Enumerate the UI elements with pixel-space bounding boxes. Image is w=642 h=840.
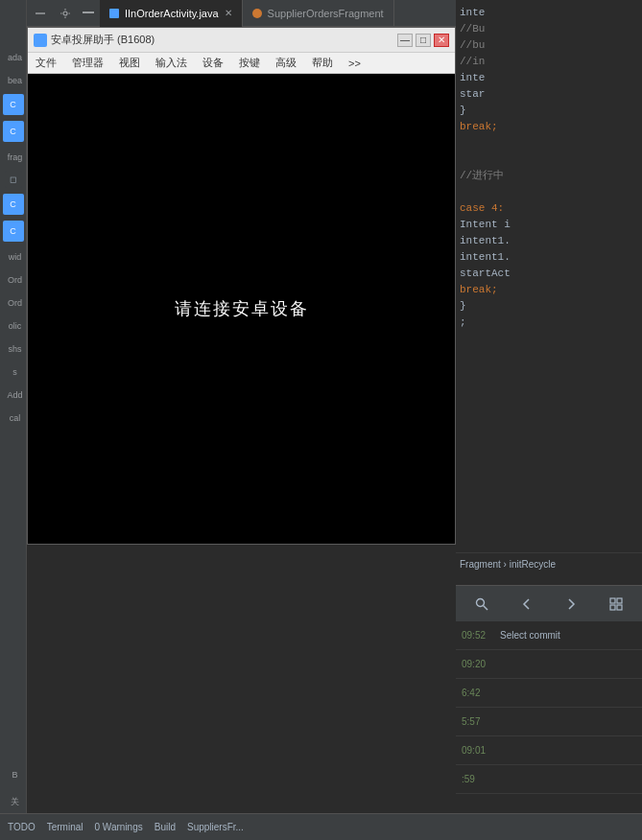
android-menu-bar: 文件 管理器 视图 输入法 设备 按键 高级 帮助 >> [28,53,455,74]
project-sidebar: ada bea C C frag ◻ C C wid Ord Ord olic … [0,0,27,840]
tab-inorder[interactable]: IInOrderActivity.java ✕ [100,0,243,27]
code-line-9 [460,135,638,152]
code-line-2: //Bu [460,21,638,37]
code-line-13: case 4: [460,200,638,217]
menu-advanced[interactable]: 高级 [268,53,304,73]
menu-file[interactable]: 文件 [28,53,64,73]
tab-label-2: SupplierOrdersFragment [268,8,384,19]
bottom-warnings-label: 0 Warnings [95,822,143,832]
android-app-icon [34,34,47,47]
win-minimize-btn[interactable]: — [397,34,413,47]
svg-line-4 [484,605,488,610]
svg-rect-2 [83,12,94,13]
sidebar-label-ada: ada [4,48,22,67]
code-line-19: } [460,298,638,315]
tab-file-icon-2 [252,9,262,18]
menu-manager[interactable]: 管理器 [64,53,111,73]
menu-keys[interactable]: 按键 [231,53,268,73]
code-line-18: break; [460,282,638,298]
ide-bottom-bar: TODO Terminal 0 Warnings Build Suppliers… [0,813,642,840]
svg-point-3 [477,598,485,606]
vcs-log-item-1[interactable]: 09:20 [456,650,642,679]
bottom-terminal[interactable]: Terminal [47,822,83,832]
sidebar-label-add: Add [3,385,22,405]
win-maximize-btn[interactable]: □ [416,34,431,47]
code-line-6: star [460,86,638,103]
sidebar-icon-doc[interactable]: ◻ [5,171,22,188]
sidebar-label-cal: cal [6,408,21,428]
vcs-back-btn[interactable] [515,593,538,616]
code-line-1: inte [460,5,638,21]
android-title: 安卓投屏助手 (B1608) [34,33,155,47]
vcs-search-btn[interactable] [470,593,493,616]
svg-rect-6 [617,598,622,603]
sidebar-label-b: B [8,765,17,784]
sidebar-label-rel: 关 [7,792,19,811]
svg-rect-7 [610,605,615,610]
code-line-12 [460,184,638,200]
sidebar-label-ord1: Ord [4,270,22,290]
svg-rect-8 [617,605,622,610]
vcs-log-item-2[interactable]: 6:42 [456,679,642,708]
bottom-terminal-label: Terminal [47,822,83,832]
android-controls: — □ ✕ [397,34,449,47]
sidebar-label-s: s [9,362,17,382]
code-line-8: break; [460,119,638,135]
svg-rect-5 [610,598,615,603]
sidebar-icon-c4[interactable]: C [3,221,24,242]
bottom-suppliers-label: SuppliersFr... [187,822,244,832]
tab-label: IInOrderActivity.java [125,8,219,19]
tab-close-icon[interactable]: ✕ [225,8,232,18]
settings-icon[interactable] [56,4,75,23]
code-line-11: //进行中 [460,168,638,184]
vcs-log-time-4: 09:01 [462,745,500,756]
win-close-btn[interactable]: ✕ [434,34,449,47]
menu-more[interactable]: >> [341,53,369,73]
sidebar-icon-c3[interactable]: C [3,194,24,215]
breadcrumb-bar: Fragment › initRecycle [456,552,642,575]
menu-help[interactable]: 帮助 [304,53,341,73]
tab-suppliers[interactable]: SupplierOrdersFragment [243,0,394,27]
vcs-grid-btn[interactable] [605,593,628,616]
bottom-build[interactable]: Build [155,822,176,832]
vcs-log-item-0[interactable]: 09:52 Select commit [456,621,642,650]
menu-view[interactable]: 视图 [111,53,148,73]
code-line-10 [460,152,638,168]
android-screen: 请连接安卓设备 [28,74,455,544]
dash-icon[interactable] [79,4,98,23]
menu-input[interactable]: 输入法 [148,53,195,73]
android-mirror-window: 安卓投屏助手 (B1608) — □ ✕ 文件 管理器 视图 输入法 设备 按键… [27,27,456,545]
vcs-log-item-3[interactable]: 5:57 [456,708,642,736]
bottom-suppliers[interactable]: SuppliersFr... [187,822,244,832]
sidebar-label-ord2: Ord [4,293,22,313]
vcs-log-time-1: 09:20 [462,659,500,669]
vcs-forward-btn[interactable] [559,593,583,616]
bottom-todo-label: TODO [8,822,36,832]
vcs-log-msg-0: Select commit [500,630,560,641]
sidebar-icon-c1[interactable]: C [3,94,24,115]
vcs-log-time-5: :59 [462,774,500,784]
code-content: inte //Bu //bu //in inte star } break; /… [456,0,642,336]
tab-file-icon [109,9,119,18]
minimize-icon[interactable] [31,4,50,23]
android-titlebar: 安卓投屏助手 (B1608) — □ ✕ [28,28,455,53]
bottom-todo[interactable]: TODO [8,822,36,832]
vcs-log-item-5[interactable]: :59 [456,765,642,794]
vcs-toolbar [456,585,642,621]
vcs-log-time-3: 5:57 [462,716,500,727]
sidebar-icon-c2[interactable]: C [3,121,24,142]
vcs-log-item-4[interactable]: 09:01 [456,736,642,765]
bottom-warnings[interactable]: 0 Warnings [95,822,143,832]
sidebar-label-olic: olic [5,316,22,336]
menu-device[interactable]: 设备 [195,53,231,73]
code-line-3: //bu [460,37,638,54]
code-line-15: intent1. [460,233,638,249]
vcs-log-time-2: 6:42 [462,688,500,698]
bottom-build-label: Build [155,822,176,832]
code-line-17: startAct [460,266,638,282]
android-connect-message: 请连接安卓设备 [175,297,309,320]
code-line-4: //in [460,54,638,70]
code-line-5: inte [460,70,638,86]
svg-point-1 [63,12,67,15]
android-title-text: 安卓投屏助手 (B1608) [51,33,155,47]
